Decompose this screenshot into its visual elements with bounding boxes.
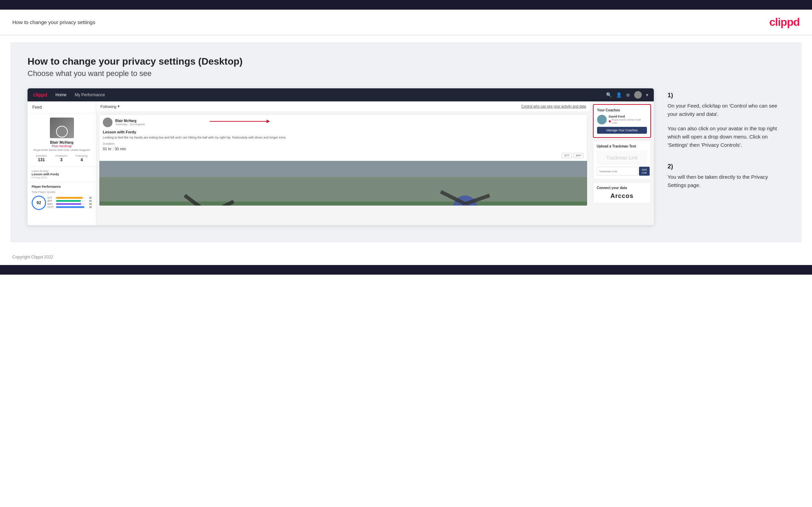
- post-tags: OTT APP: [99, 153, 587, 161]
- page-title: How to change your privacy settings: [12, 19, 95, 25]
- person-icon[interactable]: 👤: [616, 92, 622, 98]
- latest-activity-label: Latest Activity: [32, 169, 92, 173]
- feed-post: Blair McHarg Yesterday · Sunningdale Les…: [99, 114, 587, 206]
- profile-stats: Activities 131 Followers 3 Following 4: [32, 154, 92, 162]
- instruction-1-text2: You can also click on your avatar in the…: [668, 124, 784, 149]
- svg-rect-1: [99, 201, 587, 206]
- tag-app: APP: [573, 153, 584, 158]
- stat-following: Following 4: [76, 154, 88, 162]
- coach-avatar: [597, 115, 607, 124]
- main-subheading: Choose what you want people to see: [28, 69, 784, 78]
- coach-row: David Ford Royal North Devon Golf Club: [597, 115, 647, 124]
- trackman-card: Upload a Trackman Test Trackman Link Add…: [593, 141, 651, 179]
- nav-my-performance[interactable]: My Performance: [75, 92, 105, 97]
- main-content: How to change your privacy settings (Des…: [10, 42, 802, 242]
- trackman-title: Upload a Trackman Test: [597, 144, 647, 148]
- coaches-card: Your Coaches David Ford Royal North Devo…: [593, 104, 651, 138]
- performance-row: 92 OTT 90 APP: [32, 196, 92, 210]
- ott-track: [56, 197, 85, 199]
- stat-activities: Activities 131: [36, 154, 47, 162]
- feed-tab[interactable]: Feed: [28, 101, 96, 113]
- app-nav-right: 🔍 👤 ⊕ ▾: [606, 91, 648, 99]
- manage-coaches-button[interactable]: Manage Your Coaches: [597, 127, 647, 134]
- post-author-avatar: [103, 118, 112, 127]
- stat-followers: Followers 3: [55, 154, 67, 162]
- connect-card: Connect your data Arccos: [593, 182, 651, 203]
- ott-bar-row: OTT 90: [47, 197, 92, 199]
- app-sidebar: Feed Blair McHarg Plus Handicap Royal No…: [28, 101, 96, 225]
- profile-handicap: Plus Handicap: [32, 144, 92, 148]
- app-right-panel: Your Coaches David Ford Royal North Devo…: [590, 101, 654, 225]
- location-icon: [609, 120, 611, 122]
- trackman-link-area: Trackman Link: [597, 151, 647, 165]
- followers-label: Followers: [55, 154, 67, 157]
- coach-info: David Ford Royal North Devon Golf Club: [609, 115, 647, 124]
- arg-bar-row: ARG 86: [47, 203, 92, 205]
- svg-rect-2: [99, 161, 587, 177]
- following-chevron: ▾: [118, 104, 120, 109]
- profile-name: Blair McHarg: [32, 140, 92, 144]
- latest-activity-section: Latest Activity Lesson with Fordy 03 Aug…: [28, 167, 96, 182]
- coaches-title: Your Coaches: [597, 108, 647, 112]
- post-golf-image: [99, 161, 587, 206]
- app-feed: Following ▾ Control who can see your act…: [96, 101, 590, 225]
- bottom-bar: [0, 265, 812, 275]
- post-duration-value: 01 hr : 30 min: [99, 147, 587, 153]
- arccos-logo: Arccos: [597, 192, 647, 200]
- post-duration-label: Duration: [99, 142, 587, 147]
- profile-club: Royal North Devon Golf Club, United King…: [32, 148, 92, 152]
- performance-title: Player Performance: [32, 185, 92, 188]
- nav-home[interactable]: Home: [55, 92, 66, 97]
- post-author-meta: Yesterday · Sunningdale: [115, 123, 145, 126]
- post-header: Blair McHarg Yesterday · Sunningdale: [99, 115, 587, 130]
- arg-fill: [56, 203, 81, 205]
- latest-activity-date: 03 Aug 2022: [32, 176, 92, 179]
- post-author-name: Blair McHarg: [115, 119, 145, 123]
- following-value: 4: [76, 157, 88, 162]
- profile-cover: [50, 118, 74, 138]
- connect-title: Connect your data: [597, 186, 647, 190]
- app-body: Feed Blair McHarg Plus Handicap Royal No…: [28, 101, 654, 225]
- ott-fill: [56, 197, 83, 199]
- nav-avatar[interactable]: [634, 91, 642, 99]
- app-value: 85: [86, 200, 92, 202]
- trackman-placeholder: Trackman Link: [599, 155, 645, 161]
- plus-circle-icon[interactable]: ⊕: [626, 92, 630, 98]
- app-label: APP: [47, 200, 55, 202]
- player-performance-section: Player Performance Total Player Quality …: [28, 182, 96, 213]
- arg-label: ARG: [47, 203, 55, 205]
- activities-label: Activities: [36, 154, 47, 157]
- coach-club-name: Royal North Devon Golf Club: [611, 118, 647, 124]
- instruction-2: 2) You will then be taken directly to th…: [668, 163, 784, 189]
- followers-value: 3: [55, 157, 67, 162]
- copyright-text: Copyright Clippd 2022: [12, 255, 53, 260]
- app-screenshot: clippd Home My Performance 🔍 👤 ⊕ ▾ Feed: [28, 88, 654, 225]
- top-bar: [0, 0, 812, 10]
- following-label: Following: [100, 104, 116, 109]
- putt-label: PUTT: [47, 206, 55, 208]
- performance-bars: OTT 90 APP: [47, 197, 92, 209]
- activities-value: 131: [36, 157, 47, 162]
- two-col-layout: clippd Home My Performance 🔍 👤 ⊕ ▾ Feed: [28, 88, 784, 225]
- instruction-1: 1) On your Feed, click/tap on 'Control w…: [668, 92, 784, 149]
- post-description: Looking to feel like my hands are exitin…: [99, 135, 587, 142]
- following-button[interactable]: Following ▾: [100, 104, 120, 109]
- profile-card: Blair McHarg Plus Handicap Royal North D…: [28, 113, 96, 167]
- search-icon[interactable]: 🔍: [606, 92, 612, 98]
- arg-track: [56, 203, 85, 205]
- coach-club: Royal North Devon Golf Club: [609, 118, 647, 124]
- trackman-input[interactable]: [597, 167, 638, 176]
- add-link-button[interactable]: Add Link: [639, 167, 650, 176]
- control-privacy-link[interactable]: Control who can see your activity and da…: [521, 104, 586, 108]
- putt-value: 96: [86, 206, 92, 208]
- post-author-info: Blair McHarg Yesterday · Sunningdale: [115, 119, 145, 126]
- instruction-1-number: 1): [668, 92, 784, 99]
- putt-track: [56, 206, 85, 208]
- chevron-down-icon[interactable]: ▾: [646, 92, 648, 98]
- quality-label: Total Player Quality: [32, 190, 92, 194]
- clippd-logo: clippd: [769, 16, 800, 29]
- main-heading: How to change your privacy settings (Des…: [28, 56, 784, 67]
- instructions-panel: 1) On your Feed, click/tap on 'Control w…: [668, 88, 784, 203]
- tag-ott: OTT: [562, 153, 572, 158]
- feed-header: Following ▾ Control who can see your act…: [96, 101, 590, 112]
